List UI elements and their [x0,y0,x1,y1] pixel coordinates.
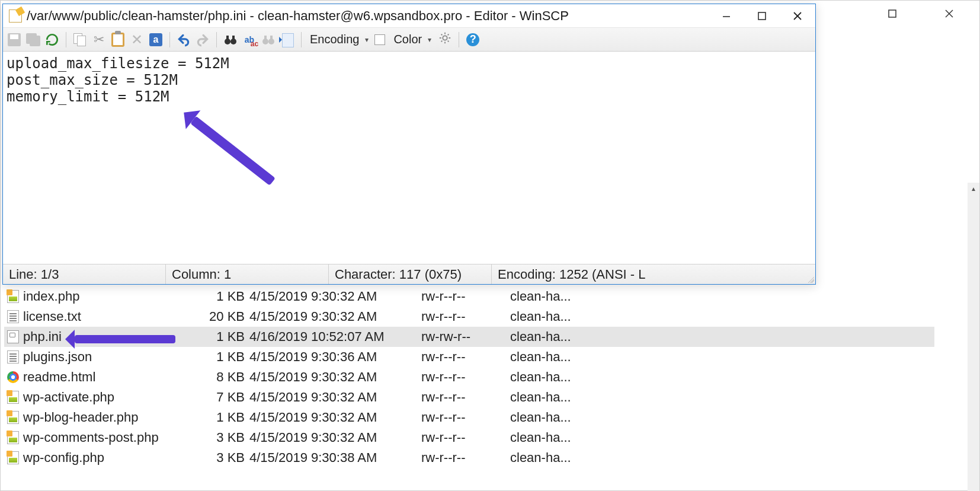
resize-grip-icon[interactable] [803,272,814,283]
txt-file-icon [4,350,22,364]
file-date: 4/15/2019 9:30:32 AM [249,430,421,445]
php-file-icon [4,431,22,444]
file-size: 20 KB [178,309,249,324]
file-size: 1 KB [178,410,249,425]
file-owner: clean-ha... [510,329,593,345]
paste-button[interactable] [110,32,126,47]
minimize-button[interactable] [709,4,744,28]
svg-rect-14 [270,36,273,40]
file-owner: clean-ha... [510,349,593,365]
file-size: 1 KB [178,289,249,304]
maximize-button[interactable] [744,4,780,28]
scroll-up-icon[interactable]: ▴ [968,183,979,195]
file-list[interactable]: index.php1 KB4/15/2019 9:30:32 AMrw-r--r… [4,286,934,468]
svg-rect-4 [758,12,766,20]
bg-maximize-button[interactable] [879,5,906,23]
ini-file-icon [4,330,22,343]
file-row[interactable]: wp-blog-header.php1 KB4/15/2019 9:30:32 … [4,407,934,428]
close-button[interactable] [780,4,815,28]
chevron-down-icon[interactable]: ▾ [428,36,434,44]
svg-point-15 [443,36,447,40]
file-row[interactable]: license.txt20 KB4/15/2019 9:30:32 AMrw-r… [4,307,934,327]
goto-line-button[interactable] [280,32,295,47]
file-name: wp-activate.php [22,390,178,405]
editor-app-icon [9,9,22,23]
file-name: plugins.json [22,349,178,365]
toolbar-separator [169,32,170,47]
file-row[interactable]: wp-config.php3 KB4/15/2019 9:30:38 AMrw-… [4,448,934,468]
file-size: 1 KB [178,329,249,345]
editor-statusbar: Line: 1/3 Column: 1 Character: 117 (0x75… [3,264,815,284]
txt-file-icon [4,310,22,323]
delete-button[interactable]: ✕ [129,32,145,47]
status-column: Column: 1 [166,264,329,284]
undo-button[interactable] [176,32,191,47]
file-owner: clean-ha... [510,369,593,385]
replace-button[interactable]: abac [242,32,257,47]
file-size: 8 KB [178,369,249,385]
toolbar-separator [459,32,459,47]
editor-toolbar: ✂ ✕ a abac Encoding ▾ Color ▾ ? [3,28,815,52]
file-permissions: rw-r--r-- [421,309,510,324]
status-encoding: Encoding: 1252 (ANSI - L [492,264,803,284]
file-date: 4/15/2019 9:30:32 AM [249,410,421,425]
bg-scrollbar[interactable]: ▴ [968,183,979,491]
php-file-icon [4,391,22,404]
file-row[interactable]: plugins.json1 KB4/15/2019 9:30:36 AMrw-r… [4,347,934,367]
file-row[interactable]: wp-activate.php7 KB4/15/2019 9:30:32 AMr… [4,387,934,407]
toolbar-separator [216,32,217,47]
color-swatch[interactable] [374,34,385,45]
file-name: readme.html [22,369,178,385]
editor-title: /var/www/public/clean-hamster/php.ini - … [27,8,709,24]
select-all-button[interactable]: a [148,32,164,47]
find-next-button[interactable] [261,32,276,47]
file-row[interactable]: wp-comments-post.php3 KB4/15/2019 9:30:3… [4,428,934,448]
file-permissions: rw-r--r-- [421,369,510,385]
save-button[interactable] [7,32,22,47]
file-name: wp-config.php [22,450,178,466]
copy-button[interactable] [72,32,88,47]
file-date: 4/15/2019 9:30:32 AM [249,369,421,385]
preferences-button[interactable] [437,32,453,47]
help-button[interactable]: ? [465,32,481,47]
cut-button[interactable]: ✂ [91,32,107,47]
svg-rect-13 [264,36,267,40]
file-name: wp-blog-header.php [22,410,178,425]
reload-button[interactable] [44,32,60,47]
file-owner: clean-ha... [510,289,593,304]
editor-window: /var/www/public/clean-hamster/php.ini - … [2,4,816,285]
file-date: 4/15/2019 9:30:32 AM [249,289,421,304]
file-permissions: rw-rw-r-- [421,329,510,345]
editor-textarea[interactable]: upload_max_filesize = 512M post_max_size… [3,52,815,264]
file-permissions: rw-r--r-- [421,450,510,466]
color-menu[interactable]: Color [391,33,424,46]
svg-rect-0 [889,10,896,17]
file-permissions: rw-r--r-- [421,430,510,445]
svg-rect-9 [226,36,229,40]
file-size: 3 KB [178,450,249,466]
svg-rect-10 [232,36,235,40]
redo-button[interactable] [195,32,210,47]
bg-close-button[interactable] [936,5,963,23]
file-owner: clean-ha... [510,309,593,324]
status-character: Character: 117 (0x75) [329,264,492,284]
file-date: 4/15/2019 9:30:36 AM [249,349,421,365]
file-date: 4/15/2019 9:30:32 AM [249,390,421,405]
file-owner: clean-ha... [510,410,593,425]
file-size: 7 KB [178,390,249,405]
file-row[interactable]: index.php1 KB4/15/2019 9:30:32 AMrw-r--r… [4,286,934,307]
editor-titlebar[interactable]: /var/www/public/clean-hamster/php.ini - … [3,4,815,28]
file-date: 4/15/2019 9:30:32 AM [249,309,421,324]
file-size: 1 KB [178,349,249,365]
status-line: Line: 1/3 [3,264,166,284]
save-all-button[interactable] [25,32,41,47]
php-file-icon [4,411,22,424]
find-button[interactable] [223,32,238,47]
chevron-down-icon[interactable]: ▾ [365,36,371,44]
file-row[interactable]: readme.html8 KB4/15/2019 9:30:32 AMrw-r-… [4,367,934,387]
file-name: index.php [22,289,178,304]
chrome-file-icon [4,371,22,383]
file-date: 4/16/2019 10:52:07 AM [249,329,421,345]
encoding-menu[interactable]: Encoding [308,33,361,46]
php-file-icon [4,451,22,464]
